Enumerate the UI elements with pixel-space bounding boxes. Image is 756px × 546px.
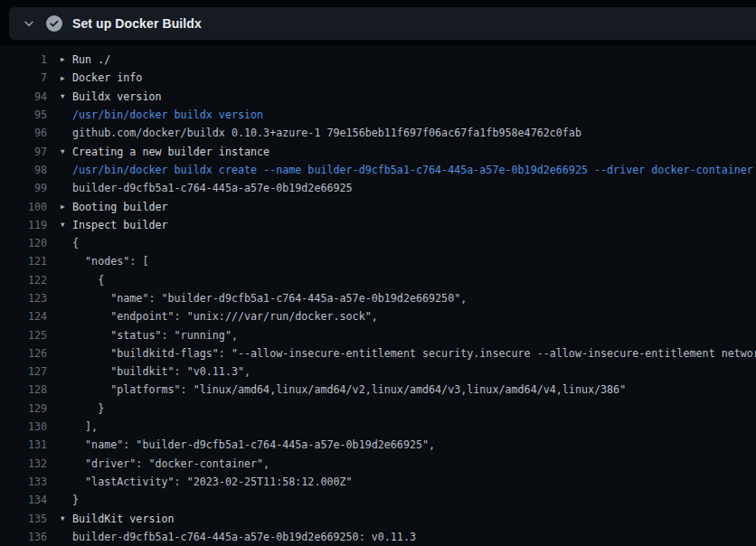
log-line: 129 } — [0, 400, 756, 418]
triangle-down-icon[interactable]: ▼ — [61, 515, 72, 522]
line-number[interactable]: 125 — [0, 329, 47, 342]
output-text: "endpoint": "unix:///var/run/docker.sock… — [72, 310, 378, 323]
line-number[interactable]: 94 — [0, 90, 47, 103]
log-line: 98/usr/bin/docker buildx create --name b… — [0, 161, 756, 179]
line-number[interactable]: 97 — [0, 146, 47, 158]
log-line: 131 "name": "builder-d9cfb5a1-c764-445a-… — [0, 436, 756, 454]
line-number[interactable]: 130 — [0, 420, 47, 433]
log-line: 130 ], — [0, 418, 756, 436]
triangle-down-icon[interactable]: ▼ — [61, 93, 72, 100]
line-number[interactable]: 120 — [0, 237, 47, 249]
log-line[interactable]: 100▶Booting builder — [0, 197, 756, 215]
triangle-down-icon[interactable]: ▼ — [61, 148, 72, 155]
output-text: { — [72, 237, 79, 249]
output-text: "nodes": [ — [72, 255, 148, 268]
output-text: github.com/docker/buildx 0.10.3+azure-1 … — [72, 127, 581, 139]
output-text: "name": "builder-d9cfb5a1-c764-445a-a57e… — [72, 438, 435, 451]
log-line: 127 "buildkit": "v0.11.3", — [0, 362, 756, 381]
line-number[interactable]: 7 — [0, 71, 47, 84]
log-line: 95/usr/bin/docker buildx version — [0, 106, 756, 124]
line-number[interactable]: 1 — [0, 53, 47, 66]
output-text: "name": "builder-d9cfb5a1-c764-445a-a57e… — [72, 292, 467, 305]
triangle-down-icon[interactable]: ▼ — [61, 221, 72, 229]
line-number[interactable]: 95 — [0, 108, 47, 121]
log-line: 133 "lastActivity": "2023-02-25T11:58:12… — [0, 473, 756, 491]
triangle-right-icon[interactable]: ▶ — [61, 75, 72, 82]
group-title[interactable]: Creating a new builder instance — [72, 146, 269, 158]
log-line[interactable]: 1▶Run ./ — [0, 51, 756, 69]
output-text: "buildkit": "v0.11.3", — [72, 365, 250, 378]
log-line: 122 { — [0, 271, 756, 289]
log-line: 96github.com/docker/buildx 0.10.3+azure-… — [0, 124, 756, 142]
output-text: builder-d9cfb5a1-c764-445a-a57e-0b19d2e6… — [72, 531, 416, 543]
line-number[interactable]: 96 — [0, 127, 47, 139]
log-line: 136builder-d9cfb5a1-c764-445a-a57e-0b19d… — [0, 528, 756, 546]
triangle-right-icon[interactable]: ▶ — [61, 203, 72, 211]
line-number[interactable]: 131 — [0, 438, 47, 451]
log-line: 126 "buildkitd-flags": "--allow-insecure… — [0, 344, 756, 362]
group-title[interactable]: BuildKit version — [72, 513, 175, 525]
output-text: "status": "running", — [72, 329, 238, 342]
output-text: builder-d9cfb5a1-c764-445a-a57e-0b19d2e6… — [72, 182, 353, 194]
line-number[interactable]: 121 — [0, 255, 47, 268]
line-number[interactable]: 99 — [0, 182, 47, 194]
line-number[interactable]: 128 — [0, 383, 47, 396]
group-title[interactable]: Docker info — [72, 71, 142, 84]
line-number[interactable]: 123 — [0, 292, 47, 305]
line-number[interactable]: 136 — [0, 531, 47, 543]
line-number[interactable]: 122 — [0, 274, 47, 287]
log-line: 125 "status": "running", — [0, 325, 756, 344]
line-number[interactable]: 127 — [0, 365, 47, 378]
status-check-icon — [46, 15, 62, 32]
log-line[interactable]: 119▼Inspect builder — [0, 216, 756, 234]
output-text: "buildkitd-flags": "--allow-insecure-ent… — [72, 347, 756, 360]
group-title[interactable]: Run ./ — [72, 53, 110, 66]
line-number[interactable]: 133 — [0, 475, 47, 488]
log-line: 99builder-d9cfb5a1-c764-445a-a57e-0b19d2… — [0, 179, 756, 197]
log-viewer: 1▶Run ./7▶Docker info94▼Buildx version95… — [0, 45, 756, 546]
group-title[interactable]: Booting builder — [72, 201, 168, 213]
log-line[interactable]: 97▼Creating a new builder instance — [0, 142, 756, 160]
line-number[interactable]: 119 — [0, 219, 47, 231]
log-line[interactable]: 94▼Buildx version — [0, 88, 756, 106]
log-line[interactable]: 135▼BuildKit version — [0, 509, 756, 527]
output-text: } — [72, 402, 104, 415]
chevron-down-icon[interactable] — [22, 16, 36, 31]
command-text: /usr/bin/docker buildx version — [72, 108, 263, 121]
output-text: "platforms": "linux/amd64,linux/amd64/v2… — [72, 383, 626, 396]
line-number[interactable]: 124 — [0, 310, 47, 323]
line-number[interactable]: 100 — [0, 201, 47, 213]
output-text: ], — [72, 420, 98, 433]
log-line: 123 "name": "builder-d9cfb5a1-c764-445a-… — [0, 289, 756, 307]
line-number[interactable]: 126 — [0, 347, 47, 360]
step-header[interactable]: Set up Docker Buildx — [9, 7, 756, 40]
group-title[interactable]: Buildx version — [72, 90, 162, 103]
output-text: "lastActivity": "2023-02-25T11:58:12.000… — [72, 475, 353, 488]
triangle-right-icon[interactable]: ▶ — [61, 56, 72, 63]
command-text: /usr/bin/docker buildx create --name bui… — [72, 164, 753, 176]
log-line: 128 "platforms": "linux/amd64,linux/amd6… — [0, 381, 756, 399]
group-title[interactable]: Inspect builder — [72, 219, 168, 231]
line-number[interactable]: 98 — [0, 164, 47, 176]
output-text: } — [72, 494, 79, 506]
log-line: 124 "endpoint": "unix:///var/run/docker.… — [0, 307, 756, 325]
line-number[interactable]: 129 — [0, 402, 47, 415]
log-line: 121 "nodes": [ — [0, 252, 756, 270]
step-title: Set up Docker Buildx — [72, 16, 202, 31]
output-text: { — [72, 274, 104, 287]
output-text: "driver": "docker-container", — [72, 457, 269, 470]
line-number[interactable]: 132 — [0, 457, 47, 470]
log-line[interactable]: 7▶Docker info — [0, 69, 756, 87]
log-line: 132 "driver": "docker-container", — [0, 455, 756, 473]
log-line: 134} — [0, 491, 756, 509]
line-number[interactable]: 134 — [0, 494, 47, 506]
line-number[interactable]: 135 — [0, 513, 47, 525]
log-line: 120{ — [0, 234, 756, 252]
